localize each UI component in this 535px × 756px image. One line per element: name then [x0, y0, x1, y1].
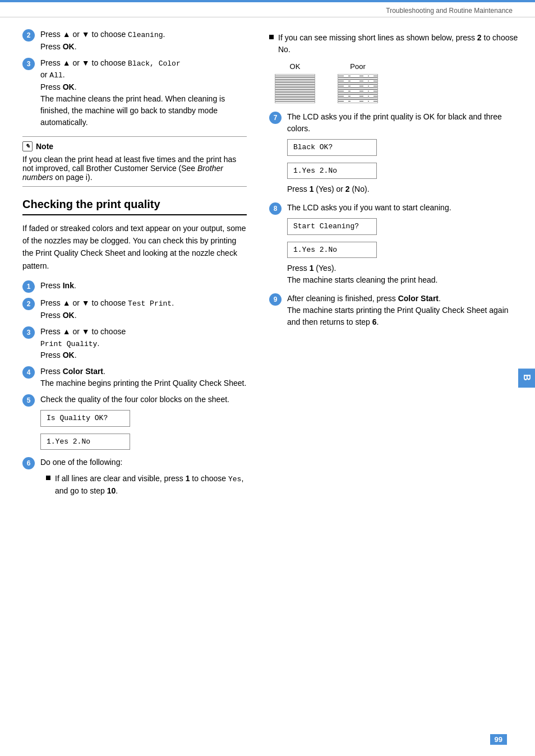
step-item-3-top: 3 Press ▲ or ▼ to choose Black, Coloror …: [22, 57, 247, 128]
step8-lcd2: 1.Yes 2.No: [287, 242, 377, 259]
step-content-4: Press Color Start. The machine begins pr…: [40, 366, 247, 389]
step-content-2-top: Press ▲ or ▼ to choose Cleaning. Press O…: [40, 29, 247, 53]
step-content-3: Press ▲ or ▼ to choosePrint Quality. Pre…: [40, 326, 247, 362]
quality-ok: OK: [275, 62, 315, 103]
step-circle-8: 8: [269, 202, 282, 215]
note-text1: If you clean the print head at least fiv…: [22, 155, 236, 182]
step6-text: Do one of the following:: [40, 458, 122, 467]
step7-text: The LCD asks you if the print quality is…: [287, 112, 502, 133]
sidebar-tab-b: B: [518, 368, 535, 388]
step3-top-text: Press ▲ or ▼ to choose Black, Coloror Al…: [40, 58, 181, 80]
step-content-6: Do one of the following: If all lines ar…: [40, 457, 247, 500]
right-col: If you can see missing short lines as sh…: [258, 29, 535, 508]
step-item-7: 7 The LCD asks you if the print quality …: [269, 111, 518, 195]
step6-bullet1: If all lines are clear and visible, pres…: [46, 473, 247, 497]
step2-press-ok: Press OK.: [40, 311, 77, 320]
step-item-3: 3 Press ▲ or ▼ to choosePrint Quality. P…: [22, 326, 247, 362]
step3-code2: All: [49, 71, 62, 80]
note-content: If you clean the print head at least fiv…: [22, 155, 247, 182]
poor-pattern-wrapper: [338, 74, 378, 103]
step1-text: Press Ink.: [40, 281, 76, 290]
step8-desc: The machine starts cleaning the print he…: [287, 275, 438, 284]
step8-press-text: Press 1 (Yes).: [287, 264, 336, 273]
step-circle-7: 7: [269, 112, 282, 124]
note-box: ✎ Note If you clean the print head at le…: [22, 136, 247, 187]
step-circle-1: 1: [22, 280, 35, 293]
quality-poor: Poor: [338, 62, 378, 103]
step-circle-6: 6: [22, 457, 35, 469]
step5-text: Check the quality of the four color bloc…: [40, 395, 229, 404]
step3-press-ok: Press OK.: [40, 82, 77, 91]
step-content-3-top: Press ▲ or ▼ to choose Black, Coloror Al…: [40, 57, 247, 128]
step9-text: After cleaning is finished, press Color …: [287, 294, 441, 303]
step-circle-2-top: 2: [22, 29, 35, 42]
poor-label: Poor: [338, 62, 378, 71]
step-circle-4: 4: [22, 366, 35, 379]
content-area: 2 Press ▲ or ▼ to choose Cleaning. Press…: [0, 17, 535, 519]
section-title: Checking the print quality: [22, 198, 247, 215]
step4-desc: The machine begins printing the Print Qu…: [40, 379, 246, 388]
note-title: ✎ Note: [22, 141, 247, 151]
page-container: Troubleshooting and Routine Maintenance …: [0, 0, 535, 756]
step4-text: Press Color Start.: [40, 367, 105, 376]
step-content-8: The LCD asks you if you want to start cl…: [287, 202, 518, 286]
step-item-9: 9 After cleaning is finished, press Colo…: [269, 293, 518, 328]
step2-top-text1: Press ▲ or ▼ to choose Cleaning.: [40, 30, 165, 39]
note-label: Note: [36, 142, 53, 151]
header-bar: Troubleshooting and Routine Maintenance: [0, 2, 535, 17]
step-circle-3-top: 3: [22, 58, 35, 70]
step-content-7: The LCD asks you if the print quality is…: [287, 111, 518, 195]
step3-desc: The machine cleans the print head. When …: [40, 94, 225, 127]
header-title: Troubleshooting and Routine Maintenance: [386, 7, 513, 15]
step3-pq-ok: Press OK.: [40, 351, 77, 359]
step2-top-press: Press OK.: [40, 42, 77, 51]
step-item-5: 5 Check the quality of the four color bl…: [22, 394, 247, 452]
step3-code: Black, Color: [128, 59, 181, 68]
step-item-2: 2 Press ▲ or ▼ to choose Test Print. Pre…: [22, 297, 247, 321]
step-content-9: After cleaning is finished, press Color …: [287, 293, 518, 328]
section-intro: If faded or streaked colors and text app…: [22, 222, 247, 273]
ok-label: OK: [275, 62, 315, 71]
step5-lcd2: 1.Yes 2.No: [40, 434, 130, 450]
left-col: 2 Press ▲ or ▼ to choose Cleaning. Press…: [0, 29, 258, 508]
step-content-2: Press ▲ or ▼ to choose Test Print. Press…: [40, 297, 247, 321]
step7-lcd1: Black OK?: [287, 139, 377, 156]
step-item-4: 4 Press Color Start. The machine begins …: [22, 366, 247, 389]
step-circle-9: 9: [269, 293, 282, 306]
step-content-5: Check the quality of the four color bloc…: [40, 394, 247, 452]
ok-pattern-wrapper: [275, 74, 315, 103]
page-number: 99: [490, 734, 507, 745]
bullet-sq-2: [269, 35, 274, 39]
step6-bullet2-text: If you can see missing short lines as sh…: [278, 32, 518, 56]
step-item-2-top: 2 Press ▲ or ▼ to choose Cleaning. Press…: [22, 29, 247, 53]
ok-pattern-canvas: [275, 75, 315, 103]
step-item-1: 1 Press Ink.: [22, 280, 247, 293]
step2-text: Press ▲ or ▼ to choose Test Print.: [40, 298, 174, 307]
step2-code: Test Print: [128, 299, 172, 308]
step-circle-2: 2: [22, 298, 35, 310]
step-item-8: 8 The LCD asks you if you want to start …: [269, 202, 518, 286]
step7-lcd2: 1.Yes 2.No: [287, 163, 377, 179]
step-circle-3: 3: [22, 326, 35, 339]
print-quality-demo: OK Poor: [275, 62, 518, 103]
step6-bullet1-text: If all lines are clear and visible, pres…: [55, 473, 247, 497]
step-content-1: Press Ink.: [40, 280, 247, 292]
step5-lcd1: Is Quality OK?: [40, 410, 130, 427]
step7-press-text: Press 1 (Yes) or 2 (No).: [287, 185, 370, 193]
poor-pattern-canvas: [338, 75, 378, 103]
bullet-sq-1: [46, 476, 50, 480]
note-icon: ✎: [22, 141, 33, 151]
step2-top-code: Cleaning: [128, 31, 163, 39]
step-item-6: 6 Do one of the following: If all lines …: [22, 457, 247, 500]
step6-bullet2: If you can see missing short lines as sh…: [269, 32, 518, 56]
step8-lcd1: Start Cleaning?: [287, 218, 377, 235]
step-circle-5: 5: [22, 394, 35, 407]
step9-desc: The machine starts printing the Print Qu…: [287, 306, 509, 326]
step3-text: Press ▲ or ▼ to choosePrint Quality.: [40, 327, 126, 348]
step8-text: The LCD asks you if you want to start cl…: [287, 203, 451, 212]
step3-pq-code: Print Quality: [40, 340, 97, 348]
